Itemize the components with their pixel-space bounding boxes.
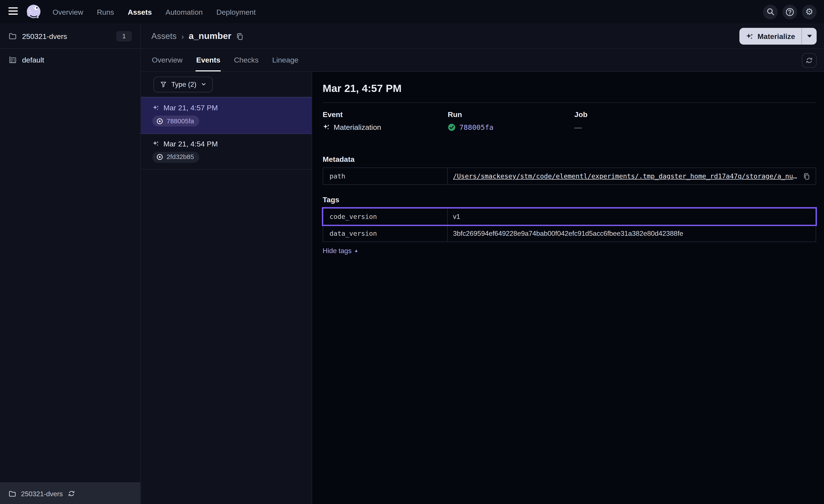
run-status-icon [156,117,164,125]
asset-group-label: default [22,55,44,64]
asset-tabs: Overview Events Checks Lineage [141,49,824,72]
type-filter-label: Type (2) [171,80,196,88]
run-id: 788005fa [167,117,194,125]
top-nav-actions: ⚙ [763,5,817,19]
copy-icon [803,172,810,180]
nav-item-overview[interactable]: Overview [53,8,83,16]
app-window: Overview Runs Assets Automation Deployme… [0,0,824,504]
run-column-label: Run [448,110,575,119]
event-filter-row: Type (2) [141,72,312,97]
refresh-icon [806,56,813,64]
top-nav: Overview Runs Assets Automation Deployme… [0,0,824,24]
help-button[interactable] [783,5,797,19]
job-column-label: Job [575,110,816,119]
folder-icon [8,32,17,40]
event-list-item-selected[interactable]: Mar 21, 4:57 PM 788005fa [141,97,312,134]
asset-group-icon [8,55,17,64]
materialize-label: Materialize [757,32,795,40]
tab-checks[interactable]: Checks [233,49,259,72]
chevron-right-icon: › [181,32,184,41]
materialization-sparkle-icon [152,104,159,111]
table-row-data-version: data_version 3bfc269594ef649228e9a74bab0… [323,225,816,242]
sidebar-item-code-location[interactable]: 250321-dvers 1 [0,24,140,49]
main-panel: Assets › a_number Materialize [141,24,824,504]
type-filter-button[interactable]: Type (2) [153,76,213,92]
materialize-button[interactable]: Materialize [740,28,801,45]
job-column: Job — [575,110,816,131]
sidebar-item-asset-group[interactable]: default [0,49,140,71]
event-list-item[interactable]: Mar 21, 4:54 PM 2fd32b85 [141,134,312,169]
event-type-value: Materialization [334,123,381,131]
copy-asset-name-button[interactable] [236,32,244,40]
event-detail-panel: Mar 21, 4:57 PM Event Materialization [312,72,824,504]
tag-key: data_version [323,225,448,241]
run-success-check-icon [448,123,455,131]
menu-icon[interactable] [7,6,19,17]
gear-icon: ⚙ [805,7,813,16]
dagster-logo-icon[interactable] [24,2,43,21]
run-id-link[interactable]: 788005fa [459,123,493,131]
asset-header-band: Assets › a_number Materialize [141,24,824,72]
nav-item-automation[interactable]: Automation [166,8,203,16]
event-timestamp: Mar 21, 4:54 PM [164,139,218,148]
search-button[interactable] [763,5,778,19]
event-column-label: Event [323,110,448,119]
search-icon [766,7,775,16]
nav-item-deployment[interactable]: Deployment [216,8,256,16]
sidebar-footer-code-location[interactable]: 250321-dvers [0,483,140,504]
primary-nav: Overview Runs Assets Automation Deployme… [53,8,256,16]
run-status-icon [156,153,164,161]
nav-item-runs[interactable]: Runs [97,8,114,16]
event-list-panel: Type (2) Mar 21, 4:57 PM [141,72,312,504]
tags-heading: Tags [323,195,816,204]
hide-tags-label: Hide tags [323,247,351,255]
tag-key: code_version [323,209,448,225]
metadata-table: path /Users/smackesey/stm/code/elementl/… [323,167,816,185]
tab-lineage[interactable]: Lineage [272,49,299,72]
materialization-sparkle-icon [323,123,330,131]
breadcrumb-assets-link[interactable]: Assets [151,31,177,41]
tags-table: code_version v1 data_version 3bfc269594e… [323,208,816,242]
tag-value: v1 [453,213,460,221]
nav-item-assets[interactable]: Assets [128,8,152,16]
event-summary-columns: Event Materialization Run [323,110,816,131]
caret-down-icon [807,35,812,38]
hide-tags-link[interactable]: Hide tags ▲ [323,247,358,255]
divider [323,102,816,103]
materialization-sparkle-icon [746,32,754,40]
folder-icon [8,490,16,497]
path-value-link[interactable]: /Users/smackesey/stm/code/elementl/exper… [453,172,798,180]
page-title: a_number [189,31,231,41]
materialize-split-button: Materialize [740,28,817,45]
footer-code-location-label: 250321-dvers [21,490,63,497]
chevron-down-icon [200,81,206,87]
filter-funnel-icon [160,81,167,88]
tag-value: 3bfc269594ef649228e9a74bab00f042efc91d5a… [453,230,683,237]
tab-events[interactable]: Events [196,49,221,72]
settings-button[interactable]: ⚙ [802,5,817,19]
code-location-label: 250321-dvers [22,32,67,40]
event-column: Event Materialization [323,110,448,131]
breadcrumb: Assets › a_number Materialize [141,24,824,49]
run-id-pill[interactable]: 788005fa [152,116,199,127]
asset-catalog-sidebar: 250321-dvers 1 default 250321-dvers [0,24,141,504]
metadata-heading: Metadata [323,155,816,163]
run-id: 2fd32b85 [167,153,194,161]
sidebar-spacer [0,71,140,483]
reload-icon[interactable] [68,490,75,497]
run-id-pill[interactable]: 2fd32b85 [152,151,199,162]
copy-icon [236,32,244,40]
job-value: — [575,123,582,131]
tab-overview[interactable]: Overview [151,49,183,72]
help-icon [785,7,795,17]
event-timestamp: Mar 21, 4:57 PM [164,103,218,112]
materialization-sparkle-icon [152,140,159,147]
refresh-button[interactable] [802,53,817,68]
metadata-key: path [323,168,448,184]
table-row-path: path /Users/smackesey/stm/code/elementl/… [323,168,816,184]
caret-up-icon: ▲ [354,249,358,253]
copy-path-button[interactable] [803,172,810,180]
materialize-dropdown-button[interactable] [802,28,817,45]
run-column: Run 788005fa [448,110,575,131]
table-row-code-version-highlighted: code_version v1 [323,209,816,225]
